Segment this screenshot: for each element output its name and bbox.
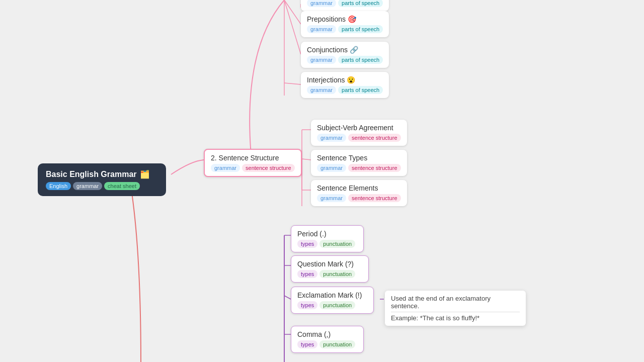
exclamation-node[interactable]: Exclamation Mark (!) types punctuation [291,287,374,314]
sentence-types-node[interactable]: Sentence Types grammar sentence structur… [311,150,407,176]
main-node[interactable]: Basic English Grammar 🗂️ English grammar… [38,163,166,196]
svg-line-12 [284,296,291,299]
main-tag-english: English [46,182,71,190]
interjections-title: Interjections 😮 [307,76,383,84]
sentence-elements-title: Sentence Elements [317,184,401,192]
main-tag-grammar: grammar [73,182,102,190]
sentence-elements-tag-grammar: grammar [317,194,346,202]
sentence-types-tag-grammar: grammar [317,164,346,172]
subject-verb-title: Subject-Verb Agreement [317,124,401,132]
svg-line-6 [302,159,311,160]
subject-verb-tag-grammar: grammar [317,134,346,142]
tag-parts-of-speech: parts of speech [338,0,383,7]
period-title: Period (.) [297,230,357,238]
exclamation-tag-types: types [297,301,317,309]
top-partial-node: grammar parts of speech [301,0,389,11]
conjunctions-tag-grammar: grammar [307,56,336,64]
comma-tag-types: types [297,340,317,348]
conjunctions-tag-parts: parts of speech [338,56,383,64]
prepositions-title: Prepositions 🎯 [307,15,383,23]
interjections-tag-grammar: grammar [307,86,336,94]
question-mark-tag-punctuation: punctuation [319,270,355,278]
exclamation-tag-punctuation: punctuation [319,301,355,309]
prepositions-tag-parts: parts of speech [338,25,383,33]
sentence-struct-tag-grammar: grammar [211,164,240,172]
sentence-types-tag-sentence: sentence structure [348,164,401,172]
question-mark-node[interactable]: Question Mark (?) types punctuation [291,255,369,283]
prepositions-node[interactable]: Prepositions 🎯 grammar parts of speech [301,11,389,37]
sentence-elements-tag-sentence: sentence structure [348,194,401,202]
tooltip-line2: Example: *The cat is so fluffy!* [391,314,520,322]
sentence-types-title: Sentence Types [317,154,401,162]
exclamation-tooltip: Used at the end of an exclamatory senten… [385,291,526,326]
main-node-title: Basic English Grammar 🗂️ [46,169,158,179]
interjections-tag-parts: parts of speech [338,86,383,94]
prepositions-tag-grammar: grammar [307,25,336,33]
svg-line-1 [284,0,301,54]
subject-verb-node[interactable]: Subject-Verb Agreement grammar sentence … [311,120,407,146]
sentence-struct-tag-sentence: sentence structure [242,164,295,172]
subject-verb-tag-sentence: sentence structure [348,134,401,142]
sentence-elements-node[interactable]: Sentence Elements grammar sentence struc… [311,180,407,206]
sentence-structure-title: 2. Sentence Structure [211,154,295,162]
conjunctions-title: Conjunctions 🔗 [307,46,383,54]
svg-line-2 [284,83,301,84]
sentence-structure-node[interactable]: 2. Sentence Structure grammar sentence s… [204,149,302,177]
comma-tag-punctuation: punctuation [319,340,355,348]
period-tag-types: types [297,240,317,248]
tag-grammar: grammar [307,0,336,7]
main-node-icon: 🗂️ [140,169,150,179]
comma-title: Comma (,) [297,330,357,338]
main-tag-cheatsheet: cheat sheet [104,182,140,190]
period-tag-punctuation: punctuation [319,240,355,248]
conjunctions-node[interactable]: Conjunctions 🔗 grammar parts of speech [301,42,389,68]
period-node[interactable]: Period (.) types punctuation [291,225,364,252]
exclamation-title: Exclamation Mark (!) [297,291,367,299]
comma-node[interactable]: Comma (,) types punctuation [291,326,364,353]
interjections-node[interactable]: Interjections 😮 grammar parts of speech [301,72,389,98]
svg-line-0 [284,0,301,24]
tooltip-line1: Used at the end of an exclamatory senten… [391,295,520,310]
question-mark-tag-types: types [297,270,317,278]
question-mark-title: Question Mark (?) [297,260,362,268]
